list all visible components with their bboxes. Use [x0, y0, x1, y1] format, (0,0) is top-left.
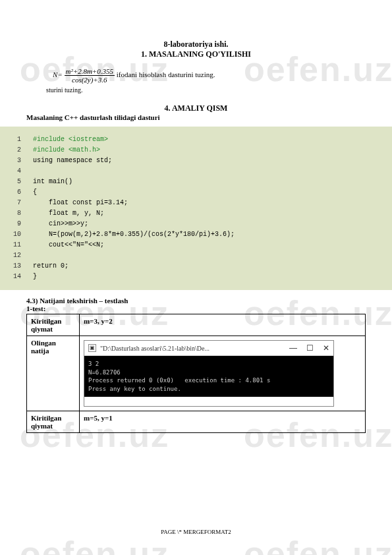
output-label: Olingan natija [27, 336, 80, 411]
test-section-title: 4.3) Natijani tekshirish – testlash [26, 297, 366, 305]
code-text: cin>>m>>y; [33, 219, 387, 229]
watermark: oefen.uz [20, 534, 169, 555]
line-number: 2 [13, 145, 33, 156]
line-number: 3 [13, 156, 33, 166]
code-text: cout<<"N="<<N; [33, 240, 387, 250]
code-text: int main() [33, 177, 387, 187]
formula-description: ifodani hisoblash dasturini tuzing. [117, 71, 215, 78]
input-value: m=5, y=1 [80, 411, 366, 433]
page-footer: PAGE \* MERGEFORMAT2 [0, 529, 392, 535]
console-line: Press any key to continue. [88, 386, 181, 392]
line-number: 4 [13, 166, 33, 177]
test-1-label: 1-test: [26, 305, 366, 312]
lab-title: 8-laboratoriya ishi. [26, 40, 366, 49]
section-1-title: 1. MASALANING QO'YILISHI [26, 49, 366, 59]
code-text: using namespace std; [33, 156, 387, 166]
code-text: #include <math.h> [33, 145, 387, 156]
input-label: Kiritilgan qiymat [27, 411, 80, 433]
code-block: 1#include <iostream> 2#include <math.h> … [0, 127, 392, 290]
code-text: #include <iostream> [33, 134, 387, 145]
input-value: m=3, y=2 [80, 314, 366, 336]
code-text [33, 250, 387, 261]
line-number: 14 [13, 272, 33, 282]
output-cell: ▣ "D:\Dasturlash asoslari\5.21-lab\bin\D… [80, 336, 366, 411]
code-text [33, 166, 387, 177]
formula-denom: cos(2y)+3.6 [65, 76, 115, 84]
line-number: 11 [13, 240, 33, 250]
table-row: Kiritilgan qiymat m=3, y=2 [27, 314, 366, 336]
maximize-icon: ☐ [306, 343, 314, 353]
sturini-text: sturini tuzing. [46, 86, 366, 94]
window-titlebar: ▣ "D:\Dasturlash asoslari\5.21-lab\bin\D… [84, 341, 333, 356]
cpp-subtitle: Masalaning C++ dasturlash tilidagi dastu… [26, 113, 366, 121]
test-table: Kiritilgan qiymat m=3, y=2 Olingan natij… [26, 314, 366, 433]
console-line: N=6.82706 [88, 369, 121, 376]
section-4-title: 4. AMALIY QISM [26, 103, 366, 113]
line-number: 9 [13, 219, 33, 229]
code-text: float const pi=3.14; [33, 198, 387, 208]
table-row: Kiritilgan qiymat m=5, y=1 [27, 411, 366, 433]
app-icon: ▣ [88, 344, 96, 352]
window-title: "D:\Dasturlash asoslari\5.21-lab\bin\De.… [100, 345, 289, 352]
line-number: 1 [13, 134, 33, 145]
minimize-icon: — [289, 343, 297, 353]
line-number: 10 [13, 229, 33, 240]
console-line: Process returned 0 (0x0) execution time … [88, 377, 270, 384]
line-number: 7 [13, 198, 33, 208]
watermark: oefen.uz [244, 534, 392, 555]
line-number: 5 [13, 177, 33, 187]
line-number: 6 [13, 187, 33, 198]
console-output: 3 2 N=6.82706 Process returned 0 (0x0) e… [84, 356, 333, 397]
code-text: } [33, 272, 387, 282]
window-bottom [84, 397, 333, 406]
line-number: 8 [13, 208, 33, 219]
code-text: return 0; [33, 261, 387, 272]
console-screenshot: ▣ "D:\Dasturlash asoslari\5.21-lab\bin\D… [84, 340, 334, 407]
code-text: float m, y, N; [33, 208, 387, 219]
close-icon: ✕ [323, 343, 329, 353]
table-row: Olingan natija ▣ "D:\Dasturlash asoslari… [27, 336, 366, 411]
line-number: 12 [13, 250, 33, 261]
formula-numerator: m²+2.8m+0.355 [65, 67, 115, 76]
input-label: Kiritilgan qiymat [27, 314, 80, 336]
formula: N= m²+2.8m+0.355 cos(2y)+3.6 ifodani his… [53, 67, 366, 84]
code-text: { [33, 187, 387, 198]
formula-lhs: N= [53, 71, 63, 78]
code-text: N=(pow(m,2)+2.8*m+0.355)/(cos(2*y*180/pi… [33, 229, 387, 240]
console-line: 3 2 [88, 361, 99, 367]
line-number: 13 [13, 261, 33, 272]
